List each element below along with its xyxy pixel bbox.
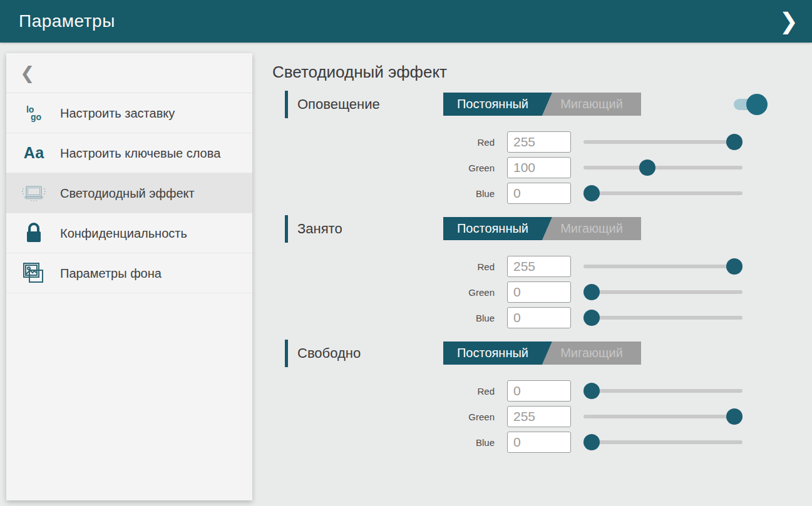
red-value-input[interactable]: [507, 380, 571, 402]
slider-track: [583, 265, 743, 268]
lock-icon: [18, 223, 50, 244]
green-label: Green: [272, 163, 495, 173]
slider-track: [583, 140, 743, 144]
mode-segmented-control: Постоянный Мигающий: [443, 342, 641, 365]
red-label: Red: [272, 261, 495, 272]
red-label: Red: [272, 386, 495, 397]
red-slider[interactable]: [583, 134, 743, 150]
back-chevron-icon[interactable]: ❮: [20, 63, 34, 83]
blue-slider[interactable]: [583, 310, 743, 326]
mode-option-constant[interactable]: Постоянный: [443, 93, 542, 116]
blue-label: Blue: [272, 437, 495, 448]
section-accent-bar: [285, 91, 288, 118]
blue-channel-row: Blue: [272, 307, 812, 328]
green-label: Green: [272, 287, 495, 298]
section-accent-bar: [285, 340, 288, 367]
sidebar-item-label: Настроить заставку: [60, 105, 175, 121]
slider-track: [583, 166, 743, 170]
blue-value-input[interactable]: [507, 432, 571, 453]
settings-sidebar: ❮ lo go Настроить заставку Аа Настроить …: [6, 53, 252, 500]
blue-slider[interactable]: [583, 185, 743, 201]
green-value-input[interactable]: [507, 157, 571, 178]
green-slider[interactable]: [583, 284, 743, 300]
section-title: Оповещение: [297, 96, 380, 113]
sidebar-item-splash-screen[interactable]: lo go Настроить заставку: [6, 93, 252, 133]
slider-track: [583, 440, 743, 444]
section-busy: Занято Постоянный Мигающий Red Green: [272, 215, 812, 328]
keywords-icon: Аа: [18, 144, 50, 162]
page-title: Светодиодный эффект: [272, 63, 812, 82]
green-channel-row: Green: [272, 157, 812, 178]
green-slider[interactable]: [583, 159, 743, 176]
red-channel-row: Red: [272, 256, 812, 277]
sidebar-item-label: Конфиденциальность: [60, 225, 187, 241]
forward-chevron-icon[interactable]: ❯: [779, 10, 798, 33]
mode-segmented-control: Постоянный Мигающий: [443, 217, 641, 240]
mode-segmented-control: Постоянный Мигающий: [443, 93, 641, 116]
blue-channel-row: Blue: [272, 432, 812, 453]
sidebar-item-background[interactable]: Параметры фона: [6, 253, 252, 293]
toggle-knob: [746, 94, 768, 115]
slider-thumb[interactable]: [726, 134, 743, 150]
blue-slider[interactable]: [583, 434, 743, 450]
blue-value-input[interactable]: [507, 183, 571, 204]
slider-track: [583, 389, 743, 393]
led-effect-icon: [18, 184, 50, 203]
slider-thumb[interactable]: [583, 434, 600, 450]
red-channel-row: Red: [272, 131, 812, 153]
sidebar-item-led-effect[interactable]: Светодиодный эффект: [6, 173, 252, 213]
mode-option-blinking[interactable]: Мигающий: [542, 93, 641, 116]
mode-option-constant[interactable]: Постоянный: [443, 342, 542, 365]
section-title: Занято: [297, 221, 342, 237]
mode-option-constant[interactable]: Постоянный: [443, 217, 542, 240]
red-value-input[interactable]: [507, 256, 571, 277]
slider-thumb[interactable]: [726, 408, 743, 425]
green-value-input[interactable]: [507, 406, 571, 427]
alert-enable-toggle[interactable]: [734, 94, 769, 115]
green-channel-row: Green: [272, 281, 812, 303]
background-icon: [18, 261, 50, 285]
slider-thumb[interactable]: [583, 310, 600, 326]
app-bar: Параметры ❯: [0, 0, 812, 43]
mode-option-blinking[interactable]: Мигающий: [542, 342, 641, 365]
blue-label: Blue: [272, 188, 495, 199]
green-label: Green: [272, 412, 495, 422]
sidebar-item-label: Настроить ключевые слова: [60, 145, 220, 161]
sidebar-header: ❮: [6, 53, 252, 93]
slider-track: [583, 316, 743, 320]
slider-track: [583, 415, 743, 418]
slider-thumb[interactable]: [583, 185, 600, 201]
blue-channel-row: Blue: [272, 183, 812, 204]
green-value-input[interactable]: [507, 281, 571, 303]
app-title: Параметры: [19, 11, 115, 31]
slider-track: [583, 191, 743, 195]
sidebar-item-label: Светодиодный эффект: [60, 185, 195, 201]
slider-thumb[interactable]: [583, 383, 600, 399]
section-free: Свободно Постоянный Мигающий Red Green: [272, 340, 812, 453]
red-slider[interactable]: [583, 258, 743, 275]
logo-icon: lo go: [18, 106, 50, 121]
sidebar-item-privacy[interactable]: Конфиденциальность: [6, 213, 252, 253]
slider-thumb[interactable]: [639, 159, 655, 176]
red-value-input[interactable]: [507, 131, 571, 153]
red-label: Red: [272, 137, 495, 148]
red-channel-row: Red: [272, 380, 812, 402]
section-title: Свободно: [297, 345, 361, 362]
section-accent-bar: [285, 215, 288, 243]
green-slider[interactable]: [583, 408, 743, 425]
mode-option-blinking[interactable]: Мигающий: [542, 217, 641, 240]
sidebar-item-keywords[interactable]: Аа Настроить ключевые слова: [6, 133, 252, 173]
slider-thumb[interactable]: [726, 258, 743, 275]
red-slider[interactable]: [583, 383, 743, 399]
led-effect-panel: Светодиодный эффект Оповещение Постоянны…: [272, 43, 812, 506]
slider-thumb[interactable]: [583, 284, 600, 300]
section-alert: Оповещение Постоянный Мигающий Red: [272, 91, 812, 204]
sidebar-item-label: Параметры фона: [60, 265, 162, 281]
green-channel-row: Green: [272, 406, 812, 427]
slider-track: [583, 290, 743, 294]
blue-value-input[interactable]: [507, 307, 571, 328]
blue-label: Blue: [272, 313, 495, 323]
